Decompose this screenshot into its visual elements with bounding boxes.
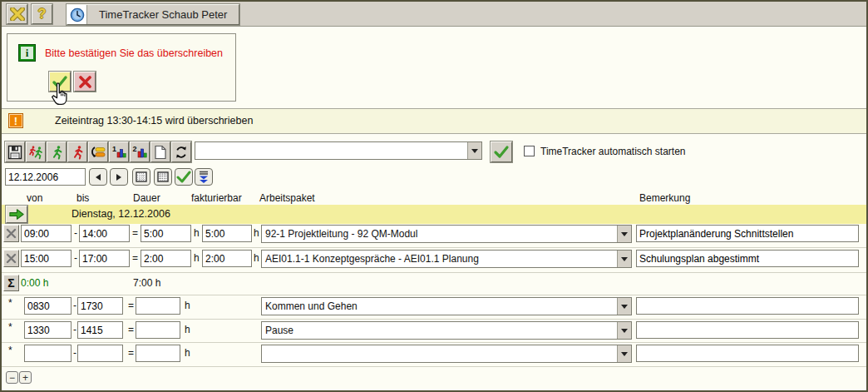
dash-label: - bbox=[73, 300, 76, 311]
app-title: TimeTracker Schaub Peter bbox=[87, 5, 239, 24]
arbeitspaket-combobox[interactable]: 92-1 Projektleitung - 92 QM-Modul bbox=[261, 225, 632, 243]
app-tab[interactable]: TimeTracker Schaub Peter bbox=[67, 4, 239, 25]
window-close-button[interactable] bbox=[7, 4, 27, 24]
warning-icon: ! bbox=[8, 113, 23, 128]
chevron-down-icon[interactable] bbox=[617, 298, 631, 315]
arbeitspaket-value: AEI01.1-1 Konzeptgespräche - AEI01.1 Pla… bbox=[262, 251, 617, 267]
equals-label: = bbox=[132, 252, 138, 264]
apply-project-button[interactable] bbox=[491, 141, 512, 162]
x-icon bbox=[78, 76, 92, 88]
remove-row-button[interactable]: − bbox=[6, 371, 18, 384]
dauer-input[interactable] bbox=[141, 250, 191, 267]
dauer-input[interactable] bbox=[136, 321, 180, 339]
stop-tracking-button[interactable] bbox=[67, 141, 87, 162]
day-forward-button[interactable] bbox=[6, 206, 27, 223]
chevron-down-icon[interactable] bbox=[617, 345, 631, 362]
dialog-message: Bitte bestätigen Sie das überschreiben bbox=[45, 47, 223, 59]
dauer-input[interactable] bbox=[136, 345, 180, 362]
punch-type-value: Kommen und Gehen bbox=[262, 298, 617, 315]
delete-row-button[interactable] bbox=[3, 225, 19, 242]
punch-row: * - = h Kommen und Gehen bbox=[2, 297, 866, 317]
bemerkung-input[interactable] bbox=[636, 345, 859, 362]
dash-label: - bbox=[73, 347, 76, 359]
assign-user-button[interactable] bbox=[26, 141, 46, 162]
green-arrow-icon bbox=[8, 207, 25, 221]
bemerkung-input[interactable] bbox=[636, 321, 859, 339]
calendar-button[interactable] bbox=[132, 168, 150, 186]
von-input[interactable] bbox=[21, 250, 72, 267]
prev-day-button[interactable] bbox=[89, 168, 107, 186]
check-icon bbox=[176, 171, 191, 183]
punch-type-value: Pause bbox=[262, 322, 617, 339]
bemerkung-input[interactable] bbox=[636, 297, 859, 315]
arrow-left-icon bbox=[95, 173, 101, 181]
chevron-down-icon[interactable] bbox=[617, 226, 631, 242]
autostart-checkbox[interactable] bbox=[524, 146, 535, 156]
row-controls: − + bbox=[2, 369, 866, 389]
calendar-week-button[interactable] bbox=[154, 168, 172, 186]
next-day-button[interactable] bbox=[110, 168, 128, 186]
chevron-down-icon[interactable] bbox=[467, 142, 481, 159]
fakturierbar-input[interactable] bbox=[202, 225, 252, 242]
project-combobox[interactable] bbox=[195, 141, 482, 160]
two-runners-icon bbox=[28, 145, 44, 160]
column-header-dauer: Dauer bbox=[133, 192, 160, 204]
help-button[interactable]: ? bbox=[32, 4, 52, 24]
sum-billable: 0:00 h bbox=[21, 277, 48, 289]
von-input[interactable] bbox=[21, 225, 72, 242]
chevron-down-icon[interactable] bbox=[617, 322, 631, 339]
check-icon bbox=[493, 145, 510, 159]
bis-input[interactable] bbox=[77, 297, 123, 315]
goto-latest-button[interactable] bbox=[195, 168, 213, 186]
column-header-arbeitspaket: Arbeitspaket bbox=[259, 192, 315, 204]
bemerkung-input[interactable] bbox=[636, 225, 859, 242]
start-tracking-button[interactable] bbox=[47, 141, 67, 162]
timetracker-window: ? TimeTracker Schaub Peter i Bitte bestä… bbox=[0, 0, 868, 392]
confirm-button[interactable] bbox=[49, 72, 71, 92]
dash-label: - bbox=[74, 252, 77, 264]
chart1-icon: 1 bbox=[111, 145, 126, 159]
green-runner-icon bbox=[50, 145, 64, 160]
dauer-input[interactable] bbox=[141, 225, 191, 242]
sum-row: Σ 0:00 h 7:00 h bbox=[2, 275, 866, 293]
refresh-icon bbox=[174, 145, 189, 160]
fakturierbar-input[interactable] bbox=[202, 250, 252, 267]
timebar-report-button[interactable] bbox=[88, 141, 108, 162]
date-input[interactable] bbox=[5, 168, 86, 186]
add-row-button[interactable]: + bbox=[19, 371, 32, 384]
bis-input[interactable] bbox=[79, 225, 130, 242]
hour-label: h bbox=[185, 300, 190, 311]
hour-label: h bbox=[185, 324, 190, 335]
row-separator bbox=[2, 295, 866, 295]
column-header-bemerkung: Bemerkung bbox=[639, 192, 690, 204]
punch-type-combobox[interactable]: Pause bbox=[261, 321, 632, 340]
report2-button[interactable]: 2 bbox=[130, 141, 150, 162]
confirm-date-button[interactable] bbox=[175, 168, 193, 186]
column-header-von: von bbox=[27, 192, 42, 204]
von-input[interactable] bbox=[24, 321, 72, 339]
bemerkung-input[interactable] bbox=[636, 250, 859, 267]
warning-bar: ! Zeiteintrag 13:30-14:15 wird überschri… bbox=[2, 108, 866, 134]
bis-input[interactable] bbox=[79, 250, 130, 267]
delete-row-button[interactable] bbox=[3, 250, 19, 267]
punch-type-combobox[interactable] bbox=[261, 345, 632, 363]
new-entry-button[interactable] bbox=[150, 141, 170, 162]
arbeitspaket-combobox[interactable]: AEI01.1-1 Konzeptgespräche - AEI01.1 Pla… bbox=[261, 250, 632, 268]
chevron-down-icon[interactable] bbox=[617, 251, 631, 267]
refresh-button[interactable] bbox=[171, 141, 191, 162]
von-input[interactable] bbox=[24, 345, 72, 362]
day-label: Dienstag, 12.12.2006 bbox=[72, 208, 170, 220]
row-marker: * bbox=[8, 321, 12, 333]
report1-button[interactable]: 1 bbox=[109, 141, 129, 162]
punch-type-combobox[interactable]: Kommen und Gehen bbox=[261, 297, 632, 315]
dash-label: - bbox=[73, 324, 76, 335]
bis-input[interactable] bbox=[77, 321, 123, 339]
von-input[interactable] bbox=[24, 297, 72, 315]
bis-input[interactable] bbox=[77, 345, 123, 362]
save-button[interactable] bbox=[5, 141, 25, 162]
cancel-button[interactable] bbox=[74, 72, 96, 92]
dauer-input[interactable] bbox=[136, 297, 180, 315]
row-separator bbox=[2, 247, 866, 248]
column-header-bis: bis bbox=[76, 192, 89, 204]
plus-icon: + bbox=[22, 373, 28, 383]
